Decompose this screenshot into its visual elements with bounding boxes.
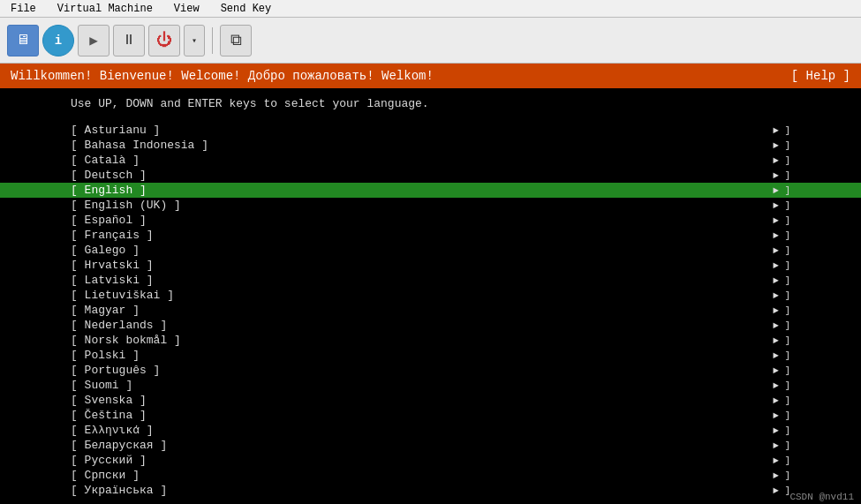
language-arrow-icon: ► ] xyxy=(773,455,790,466)
language-arrow-icon: ► ] xyxy=(773,350,790,361)
language-item[interactable]: [ Suomi ]► ] xyxy=(0,378,861,393)
menu-bar: File Virtual Machine View Send Key xyxy=(0,0,861,18)
language-item[interactable]: [ Hrvatski ]► ] xyxy=(0,258,861,273)
language-arrow-icon: ► ] xyxy=(773,245,790,256)
language-arrow-icon: ► ] xyxy=(773,140,790,151)
language-label: [ Français ] xyxy=(71,229,154,242)
instruction-text: Use UP, DOWN and ENTER keys to select yo… xyxy=(0,88,861,119)
language-arrow-icon: ► ] xyxy=(773,290,790,301)
language-arrow-icon: ► ] xyxy=(773,425,790,436)
language-label: [ Asturianu ] xyxy=(71,124,160,137)
language-item[interactable]: [ Lietuviškai ]► ] xyxy=(0,288,861,303)
language-item[interactable]: [ Беларуская ]► ] xyxy=(0,438,861,453)
language-label: [ Norsk bokmål ] xyxy=(71,334,181,347)
language-item[interactable]: [ Magyar ]► ] xyxy=(0,303,861,318)
language-label: [ Беларуская ] xyxy=(71,439,167,452)
toolbar-separator xyxy=(212,27,213,54)
language-item[interactable]: [ Français ]► ] xyxy=(0,228,861,243)
language-arrow-icon: ► ] xyxy=(773,230,790,241)
language-item[interactable]: [ English (UK) ]► ] xyxy=(0,198,861,213)
language-arrow-icon: ► ] xyxy=(773,170,790,181)
pause-button[interactable]: ⏸ xyxy=(113,25,145,56)
language-label: [ Suomi ] xyxy=(71,379,132,392)
language-arrow-icon: ► ] xyxy=(773,335,790,346)
screen-button[interactable]: ⧉ xyxy=(220,25,252,56)
language-arrow-icon: ► ] xyxy=(773,305,790,316)
welcome-banner: Willkommen! Bienvenue! Welcome! Добро по… xyxy=(0,64,861,88)
language-arrow-icon: ► ] xyxy=(773,380,790,391)
language-arrow-icon: ► ] xyxy=(773,215,790,226)
language-arrow-icon: ► ] xyxy=(773,365,790,376)
language-label: [ English (UK) ] xyxy=(71,199,181,212)
status-bar: CSDN @nvd11 xyxy=(782,490,861,504)
language-label: [ Català ] xyxy=(71,154,140,167)
language-arrow-icon: ► ] xyxy=(773,275,790,286)
language-label: [ Nederlands ] xyxy=(71,319,167,332)
language-arrow-icon: ► ] xyxy=(773,410,790,421)
language-arrow-icon: ► ] xyxy=(773,260,790,271)
language-arrow-icon: ► ] xyxy=(773,185,790,196)
info-button[interactable]: i xyxy=(42,25,74,56)
language-item[interactable]: [ Español ]► ] xyxy=(0,213,861,228)
language-item[interactable]: [ Српски ]► ] xyxy=(0,468,861,483)
language-item[interactable]: [ Русский ]► ] xyxy=(0,453,861,468)
language-arrow-icon: ► ] xyxy=(773,320,790,331)
language-label: [ Čeština ] xyxy=(71,409,147,422)
language-arrow-icon: ► ] xyxy=(773,200,790,211)
language-arrow-icon: ► ] xyxy=(773,125,790,136)
language-arrow-icon: ► ] xyxy=(773,470,790,481)
language-label: [ Hrvatski ] xyxy=(71,259,154,272)
play-button[interactable]: ▶ xyxy=(78,25,110,56)
language-item[interactable]: [ Galego ]► ] xyxy=(0,243,861,258)
language-label: [ English ] xyxy=(71,184,147,197)
language-item[interactable]: [ Polski ]► ] xyxy=(0,348,861,363)
power-button[interactable]: ⏻ xyxy=(148,25,180,56)
language-label: [ Latviski ] xyxy=(71,274,154,287)
language-label: [ Svenska ] xyxy=(71,394,147,407)
menu-view[interactable]: View xyxy=(170,1,203,17)
language-item[interactable]: [ Asturianu ]► ] xyxy=(0,123,861,138)
language-label: [ Русский ] xyxy=(71,454,147,467)
menu-send-key[interactable]: Send Key xyxy=(217,1,276,17)
language-label: [ Português ] xyxy=(71,364,160,377)
language-item[interactable]: [ Nederlands ]► ] xyxy=(0,318,861,333)
language-label: [ Magyar ] xyxy=(71,304,140,317)
welcome-text: Willkommen! Bienvenue! Welcome! Добро по… xyxy=(11,69,434,83)
toolbar: 🖥 i ▶ ⏸ ⏻ ▾ ⧉ xyxy=(0,18,861,64)
language-label: [ Galego ] xyxy=(71,244,140,257)
language-item[interactable]: [ Svenska ]► ] xyxy=(0,393,861,408)
language-label: [ Deutsch ] xyxy=(71,169,147,182)
language-item[interactable]: [ Català ]► ] xyxy=(0,153,861,168)
language-item[interactable]: [ Português ]► ] xyxy=(0,363,861,378)
language-item[interactable]: [ Ελληνικά ]► ] xyxy=(0,423,861,438)
language-item[interactable]: [ Deutsch ]► ] xyxy=(0,168,861,183)
language-arrow-icon: ► ] xyxy=(773,440,790,451)
language-item[interactable]: [ Bahasa Indonesia ]► ] xyxy=(0,138,861,153)
language-label: [ Ελληνικά ] xyxy=(71,424,154,437)
language-item[interactable]: [ Latviski ]► ] xyxy=(0,273,861,288)
language-arrow-icon: ► ] xyxy=(773,155,790,166)
language-label: [ Bahasa Indonesia ] xyxy=(71,139,208,152)
help-button[interactable]: [ Help ] xyxy=(791,69,850,83)
language-arrow-icon: ► ] xyxy=(773,395,790,406)
power-dropdown[interactable]: ▾ xyxy=(184,25,205,56)
language-label: [ Српски ] xyxy=(71,469,140,482)
language-item[interactable]: [ Українська ]► ] xyxy=(0,483,861,498)
language-item[interactable]: [ English ]► ] xyxy=(0,183,861,198)
language-label: [ Lietuviškai ] xyxy=(71,289,174,302)
vm-screen: Willkommen! Bienvenue! Welcome! Добро по… xyxy=(0,64,861,504)
language-list: [ Asturianu ]► ][ Bahasa Indonesia ]► ][… xyxy=(0,119,861,501)
language-label: [ Español ] xyxy=(71,214,147,227)
language-item[interactable]: [ Čeština ]► ] xyxy=(0,408,861,423)
monitor-button[interactable]: 🖥 xyxy=(7,25,39,56)
menu-virtual-machine[interactable]: Virtual Machine xyxy=(54,1,156,17)
language-item[interactable]: [ Norsk bokmål ]► ] xyxy=(0,333,861,348)
language-label: [ Polski ] xyxy=(71,349,140,362)
menu-file[interactable]: File xyxy=(7,1,40,17)
status-text: CSDN @nvd11 xyxy=(789,492,854,502)
language-label: [ Українська ] xyxy=(71,484,167,497)
